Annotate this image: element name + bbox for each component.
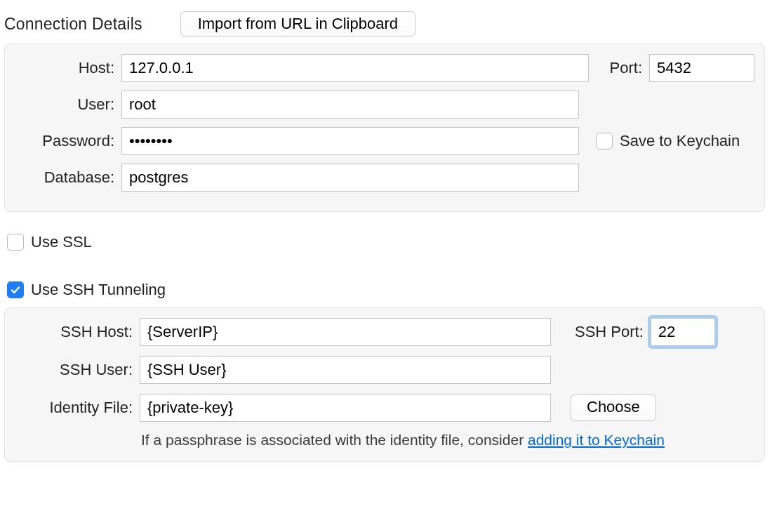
connection-settings-pane: Connection Details Import from URL in Cl… xyxy=(0,0,772,532)
ssh-hint-text: If a passphrase is associated with the i… xyxy=(141,432,528,448)
ssh-identity-row: Identity File: Choose xyxy=(15,394,754,422)
ssh-port-label: SSH Port: xyxy=(575,323,644,341)
header-row: Connection Details Import from URL in Cl… xyxy=(4,3,765,44)
ssh-hint-link[interactable]: adding it to Keychain xyxy=(528,432,665,448)
password-label: Password: xyxy=(15,132,114,150)
section-title: Connection Details xyxy=(4,15,142,34)
password-row: Password: Save to Keychain xyxy=(15,127,754,155)
port-label: Port: xyxy=(610,59,642,77)
choose-identity-button[interactable]: Choose xyxy=(571,394,656,421)
ssh-group: SSH Host: SSH Port: SSH User: Identity F… xyxy=(4,307,765,462)
ssh-port-input[interactable] xyxy=(651,318,715,346)
host-input[interactable] xyxy=(121,54,589,82)
ssh-user-label: SSH User: xyxy=(15,361,133,379)
database-label: Database: xyxy=(15,168,114,187)
ssh-user-row: SSH User: xyxy=(15,356,754,384)
use-ssl-label: Use SSL xyxy=(31,233,92,251)
ssh-host-label: SSH Host: xyxy=(15,323,133,341)
ssh-user-input[interactable] xyxy=(140,356,551,384)
ssh-identity-label: Identity File: xyxy=(15,399,133,417)
use-ssh-label: Use SSH Tunneling xyxy=(31,281,166,299)
save-keychain-checkbox[interactable] xyxy=(596,133,613,149)
ssh-host-input[interactable] xyxy=(140,318,551,346)
user-label: User: xyxy=(15,95,114,114)
port-input[interactable] xyxy=(649,54,754,82)
user-input[interactable] xyxy=(121,91,579,119)
use-ssl-row: Use SSL xyxy=(7,233,765,251)
database-row: Database: xyxy=(15,164,754,192)
user-row: User: xyxy=(15,91,754,119)
use-ssh-checkbox[interactable] xyxy=(7,281,24,298)
host-row: Host: Port: xyxy=(15,54,754,82)
ssh-identity-input[interactable] xyxy=(140,394,551,422)
database-input[interactable] xyxy=(121,164,579,192)
ssh-host-row: SSH Host: SSH Port: xyxy=(15,318,754,346)
save-keychain-label: Save to Keychain xyxy=(620,132,740,150)
connection-details-group: Host: Port: User: Password: Save to Keyc… xyxy=(4,44,765,212)
use-ssh-row: Use SSH Tunneling xyxy=(7,281,765,299)
ssh-passphrase-hint: If a passphrase is associated with the i… xyxy=(141,432,754,448)
import-from-clipboard-button[interactable]: Import from URL in Clipboard xyxy=(180,11,415,36)
host-label: Host: xyxy=(15,59,114,77)
save-keychain-wrap: Save to Keychain xyxy=(596,132,740,150)
use-ssl-checkbox[interactable] xyxy=(7,234,24,251)
password-input[interactable] xyxy=(121,127,579,155)
